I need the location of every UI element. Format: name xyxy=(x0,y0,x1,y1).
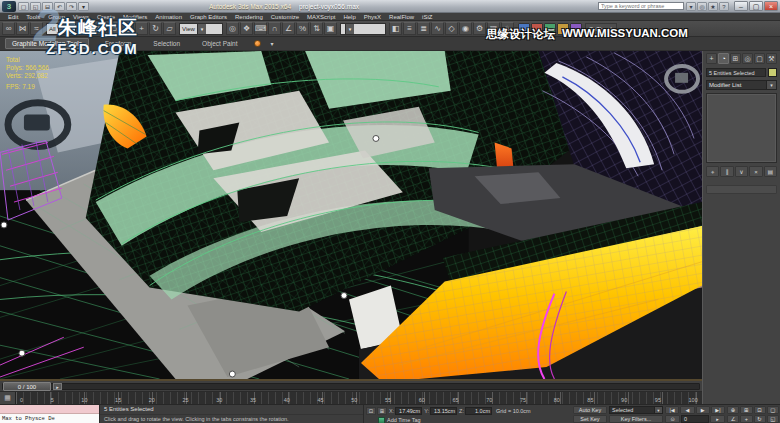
gozbrush-button[interactable]: GoZbrush xyxy=(585,23,617,35)
field-of-view-icon[interactable]: ∠ xyxy=(727,415,739,423)
window-crossing-icon[interactable]: ◫ xyxy=(121,22,134,35)
select-and-manipulate-icon[interactable]: ❖ xyxy=(240,22,253,35)
communication-center-icon[interactable]: ◎ xyxy=(697,2,707,11)
snaps-toggle-icon[interactable]: ∩ xyxy=(268,22,281,35)
tab-create[interactable]: + xyxy=(706,53,717,64)
menu-item[interactable]: Views xyxy=(69,13,93,21)
rollout-header[interactable] xyxy=(706,185,777,194)
previous-frame-button[interactable]: ◀ xyxy=(680,406,694,414)
infocenter-search-input[interactable] xyxy=(598,2,684,10)
menu-item[interactable]: MAXScript xyxy=(303,13,339,21)
key-filters-button[interactable]: Key Filters... xyxy=(609,415,663,423)
current-frame-field[interactable]: 0 xyxy=(681,415,709,423)
3ds-max-logo-icon[interactable]: 3 xyxy=(2,1,16,12)
make-unique-button[interactable]: ∨ xyxy=(735,166,748,177)
menu-item[interactable]: PhysX xyxy=(360,13,385,21)
zoom-all-icon[interactable]: ⊞ xyxy=(740,406,752,414)
physx-toolbar-icon-2[interactable] xyxy=(531,23,543,35)
select-and-link-icon[interactable]: ∞ xyxy=(2,22,15,35)
rendered-frame-window-icon[interactable]: ▦ xyxy=(487,22,500,35)
object-color-swatch[interactable] xyxy=(768,68,777,77)
search-scope-dropdown-icon[interactable]: ▾ xyxy=(686,2,696,11)
ribbon-tab[interactable]: Freeform xyxy=(99,39,137,48)
menu-item[interactable]: Help xyxy=(339,13,359,21)
physx-toolbar-icon-1[interactable] xyxy=(518,23,530,35)
curve-editor-icon[interactable]: ∿ xyxy=(431,22,444,35)
menu-item[interactable]: Tools xyxy=(22,13,44,21)
percent-snap-icon[interactable]: % xyxy=(296,22,309,35)
menu-item[interactable]: Rendering xyxy=(231,13,267,21)
close-button[interactable]: × xyxy=(764,1,778,11)
keyboard-shortcut-override-icon[interactable]: ⌨ xyxy=(254,22,267,35)
align-icon[interactable]: ≡ xyxy=(403,22,416,35)
select-object-icon[interactable]: ► xyxy=(79,22,92,35)
tab-modify[interactable]: ◔ xyxy=(718,53,729,64)
mini-curve-editor-button[interactable]: ▦ xyxy=(0,392,16,404)
menu-item[interactable]: Animation xyxy=(151,13,186,21)
selection-set-dropdown[interactable]: Selected ▾ xyxy=(609,406,663,414)
material-editor-icon[interactable]: ◉ xyxy=(459,22,472,35)
unlink-selection-icon[interactable]: ⋈ xyxy=(16,22,29,35)
help-icon[interactable]: ? xyxy=(719,2,729,11)
select-and-rotate-icon[interactable]: ↻ xyxy=(149,22,162,35)
project-menu-icon[interactable]: ▾ xyxy=(78,2,89,11)
maxscript-mini-listener[interactable]: Max to Physce De xyxy=(0,405,100,423)
open-file-icon[interactable]: ◱ xyxy=(30,2,41,11)
ribbon-tab[interactable]: Graphite Modeling Tools xyxy=(5,38,89,49)
save-file-icon[interactable]: ⊟ xyxy=(42,2,53,11)
menu-item[interactable]: Create xyxy=(93,13,119,21)
select-by-name-icon[interactable]: ▤ xyxy=(93,22,106,35)
object-name-field[interactable]: 5 Entities Selected xyxy=(706,68,766,77)
tab-display[interactable]: ▢ xyxy=(754,53,765,64)
ribbon-tab[interactable]: Object Paint xyxy=(196,39,243,48)
zoom-icon[interactable]: ⊕ xyxy=(727,406,739,414)
z-coordinate-field[interactable]: 1.0cm xyxy=(465,407,492,415)
menu-item[interactable]: Graph Editors xyxy=(186,13,231,21)
remove-modifier-button[interactable]: × xyxy=(749,166,762,177)
key-mode-toggle-icon[interactable]: ⊙ xyxy=(665,415,680,423)
maximize-viewport-icon[interactable]: ◱ xyxy=(767,415,779,423)
listener-output-row[interactable]: Max to Physce De xyxy=(0,414,99,423)
schematic-view-icon[interactable]: ◇ xyxy=(445,22,458,35)
listener-macro-row[interactable] xyxy=(0,405,99,414)
zoom-extents-all-icon[interactable]: ▢ xyxy=(767,406,779,414)
selection-region-icon[interactable]: ▭ xyxy=(107,22,120,35)
modifier-list-dropdown[interactable]: Modifier List ▾ xyxy=(706,80,777,90)
menu-item[interactable]: Modifiers xyxy=(119,13,151,21)
tab-motion[interactable]: ◎ xyxy=(742,53,753,64)
menu-item[interactable]: Edit xyxy=(4,13,22,21)
new-file-icon[interactable]: ▢ xyxy=(18,2,29,11)
maximize-button[interactable]: ▢ xyxy=(749,1,763,11)
bind-to-space-warp-icon[interactable]: ≈ xyxy=(30,22,43,35)
menu-item[interactable]: iSiZ xyxy=(418,13,436,21)
minimize-button[interactable]: – xyxy=(734,1,748,11)
named-selection-sets-icon[interactable]: ▣ xyxy=(324,22,337,35)
ribbon-tab[interactable]: Selection xyxy=(147,39,186,48)
selection-lock-icon[interactable]: ⊡ xyxy=(366,407,376,415)
time-slider-track[interactable] xyxy=(2,383,700,390)
select-and-scale-icon[interactable]: ▱ xyxy=(163,22,176,35)
realflow-toolbar-icon-1[interactable] xyxy=(544,23,556,35)
select-and-move-icon[interactable]: + xyxy=(135,22,148,35)
ribbon-options-icon[interactable] xyxy=(254,40,261,47)
render-setup-icon[interactable]: ⚙ xyxy=(473,22,486,35)
tab-utilities[interactable]: ⚒ xyxy=(766,53,777,64)
named-selection-sets-dropdown[interactable]: ▾ xyxy=(340,23,386,35)
modifier-stack[interactable] xyxy=(706,93,777,163)
show-end-result-button[interactable]: ∥ xyxy=(720,166,733,177)
set-key-button[interactable]: Set Key xyxy=(573,415,607,423)
viewport-scene[interactable]: Total Polys: 566,566 Verts: 292,082 FPS:… xyxy=(0,51,702,379)
realflow-toolbar-icon-2[interactable] xyxy=(557,23,569,35)
y-coordinate-field[interactable]: 13.15cm xyxy=(430,407,457,415)
mirror-icon[interactable]: ◧ xyxy=(389,22,402,35)
configure-modifier-sets-button[interactable]: ▤ xyxy=(764,166,777,177)
x-coordinate-field[interactable]: 17.49cm xyxy=(395,407,422,415)
layer-manager-icon[interactable]: ≣ xyxy=(417,22,430,35)
time-slider[interactable]: 0 / 100 ▸ xyxy=(0,381,702,392)
pin-stack-button[interactable]: ⌖ xyxy=(706,166,719,177)
favorites-icon[interactable]: ★ xyxy=(708,2,718,11)
ribbon-minimize-icon[interactable]: ▾ xyxy=(271,40,274,47)
go-to-start-button[interactable]: |◀ xyxy=(665,406,679,414)
menu-item[interactable]: RealFlow xyxy=(385,13,418,21)
render-production-icon[interactable]: ♨ xyxy=(501,22,514,35)
